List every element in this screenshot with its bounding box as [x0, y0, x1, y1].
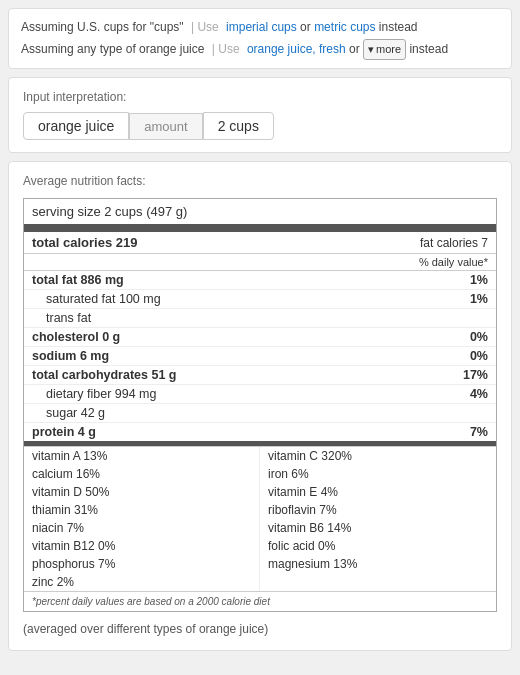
- input-section: Input interpretation: orange juice amoun…: [8, 77, 512, 153]
- food-pill: orange juice: [23, 112, 129, 140]
- notice-2-suffix: instead: [409, 42, 448, 56]
- cholesterol-label: cholesterol 0 g: [32, 330, 120, 344]
- input-pills: orange juice amount 2 cups: [23, 112, 497, 140]
- protein-row: protein 4 g 7%: [24, 423, 496, 446]
- total-carbs-label: total carbohydrates 51 g: [32, 368, 177, 382]
- trans-fat-label: trans fat: [46, 311, 91, 325]
- vitamin-b12: vitamin B12 0%: [24, 537, 260, 555]
- riboflavin: riboflavin 7%: [260, 501, 496, 519]
- vitamin-a: vitamin A 13%: [24, 447, 260, 465]
- vitamin-placeholder: [260, 573, 496, 591]
- daily-value-header: % daily value*: [24, 254, 496, 271]
- calcium: calcium 16%: [24, 465, 260, 483]
- more-button[interactable]: more: [363, 39, 406, 61]
- niacin: niacin 7%: [24, 519, 260, 537]
- notice-1-prefix: Assuming U.S. cups for "cups": [21, 20, 184, 34]
- dietary-fiber-label: dietary fiber 994 mg: [46, 387, 156, 401]
- amount-label-pill: amount: [129, 113, 202, 140]
- phosphorus: phosphorus 7%: [24, 555, 260, 573]
- vitamin-e: vitamin E 4%: [260, 483, 496, 501]
- footnote: *percent daily values are based on a 200…: [24, 592, 496, 611]
- total-fat-row: total fat 886 mg 1%: [24, 271, 496, 290]
- total-calories-label: total calories 219: [32, 235, 138, 250]
- total-fat-label: total fat 886 mg: [32, 273, 124, 287]
- magnesium: magnesium 13%: [260, 555, 496, 573]
- dietary-fiber-row: dietary fiber 994 mg 4%: [24, 385, 496, 404]
- nutrition-section-label: Average nutrition facts:: [23, 174, 497, 188]
- cholesterol-daily: 0%: [470, 330, 488, 344]
- saturated-fat-label: saturated fat 100 mg: [46, 292, 161, 306]
- notice-2-prefix: Assuming any type of orange juice: [21, 42, 204, 56]
- notice-1-suffix: instead: [379, 20, 418, 34]
- saturated-fat-daily: 1%: [470, 292, 488, 306]
- protein-label: protein 4 g: [32, 425, 96, 439]
- notice-2: Assuming any type of orange juice | Use …: [21, 39, 499, 61]
- sodium-daily: 0%: [470, 349, 488, 363]
- total-fat-daily: 1%: [470, 273, 488, 287]
- vitamins-grid: vitamin A 13% vitamin C 320% calcium 16%…: [24, 446, 496, 592]
- notice-1-sep: | Use: [191, 20, 222, 34]
- total-carbs-daily: 17%: [463, 368, 488, 382]
- total-calories-value: 219: [116, 235, 138, 250]
- fat-calories: fat calories 7: [420, 236, 488, 250]
- vitamin-c: vitamin C 320%: [260, 447, 496, 465]
- dietary-fiber-daily: 4%: [470, 387, 488, 401]
- sugar-row: sugar 42 g: [24, 404, 496, 423]
- vitamin-d: vitamin D 50%: [24, 483, 260, 501]
- input-label: Input interpretation:: [23, 90, 497, 104]
- folic-acid: folic acid 0%: [260, 537, 496, 555]
- imperial-cups-link[interactable]: imperial cups: [226, 20, 297, 34]
- notices-box: Assuming U.S. cups for "cups" | Use impe…: [8, 8, 512, 69]
- amount-value-pill: 2 cups: [203, 112, 274, 140]
- nutrition-section: Average nutrition facts: serving size 2 …: [8, 161, 512, 651]
- total-carbs-row: total carbohydrates 51 g 17%: [24, 366, 496, 385]
- iron: iron 6%: [260, 465, 496, 483]
- vitamin-b6: vitamin B6 14%: [260, 519, 496, 537]
- nutrition-facts-box: serving size 2 cups (497 g) total calori…: [23, 198, 497, 612]
- saturated-fat-row: saturated fat 100 mg 1%: [24, 290, 496, 309]
- sodium-row: sodium 6 mg 0%: [24, 347, 496, 366]
- metric-cups-link[interactable]: metric cups: [314, 20, 375, 34]
- zinc: zinc 2%: [24, 573, 260, 591]
- thiamin: thiamin 31%: [24, 501, 260, 519]
- notice-1: Assuming U.S. cups for "cups" | Use impe…: [21, 17, 499, 39]
- oj-fresh-link[interactable]: orange juice, fresh: [247, 42, 346, 56]
- sodium-label: sodium 6 mg: [32, 349, 109, 363]
- sugar-label: sugar 42 g: [46, 406, 105, 420]
- avg-note: (averaged over different types of orange…: [23, 620, 497, 638]
- trans-fat-row: trans fat: [24, 309, 496, 328]
- serving-size: serving size 2 cups (497 g): [24, 199, 496, 232]
- cholesterol-row: cholesterol 0 g 0%: [24, 328, 496, 347]
- calories-row: total calories 219 fat calories 7: [24, 232, 496, 254]
- protein-daily: 7%: [470, 425, 488, 439]
